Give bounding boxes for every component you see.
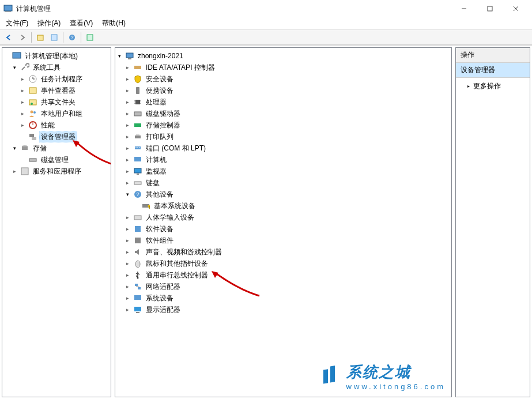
svg-rect-52 (135, 226, 141, 232)
svg-rect-24 (29, 159, 36, 161)
svg-rect-6 (37, 35, 43, 40)
device-sound[interactable]: 声音、视频和游戏控制器 (115, 246, 451, 258)
device-software-dev[interactable]: 软件设备 (115, 223, 451, 235)
device-computer[interactable]: 计算机 (115, 154, 451, 165)
svg-point-42 (139, 147, 140, 148)
up-button[interactable] (34, 31, 47, 44)
tree-device-manager[interactable]: 设备管理器 (2, 131, 111, 142)
tree-storage[interactable]: 存储 (2, 142, 111, 154)
svg-text:!: ! (149, 205, 150, 209)
device-portable[interactable]: 便携设备 (115, 85, 451, 96)
tree-disk-management[interactable]: 磁盘管理 (2, 154, 111, 165)
refresh-button[interactable] (84, 31, 96, 44)
device-base-system[interactable]: !基本系统设备 (115, 200, 451, 212)
watermark-icon (319, 365, 342, 388)
toolbar: ? (0, 30, 532, 45)
device-system[interactable]: 系统设备 (115, 292, 451, 304)
device-other[interactable]: ?其他设备 (115, 189, 451, 200)
menu-view[interactable]: 查看(V) (65, 17, 97, 29)
component-icon (133, 236, 142, 245)
device-security[interactable]: 安全设备 (115, 73, 451, 85)
tree-root-computer-management[interactable]: 计算机管理(本地) (2, 50, 111, 62)
toolbar-separator (31, 32, 32, 43)
svg-point-17 (33, 111, 36, 114)
device-display[interactable]: 显示适配器 (115, 304, 451, 315)
other-icon: ? (133, 190, 142, 199)
tree-performance[interactable]: 性能 (2, 119, 111, 131)
security-icon (133, 74, 142, 84)
minimize-button[interactable] (451, 0, 477, 17)
tree-event-viewer[interactable]: 事件查看器 (2, 85, 111, 96)
clock-icon (28, 74, 37, 84)
cpu-icon (133, 97, 142, 107)
menu-file[interactable]: 文件(F) (1, 17, 33, 29)
computer-icon (125, 51, 134, 61)
watermark-url: www.xitong86.com (346, 382, 446, 391)
svg-point-54 (135, 261, 140, 268)
close-button[interactable] (503, 0, 529, 17)
device-usb[interactable]: 通用串行总线控制器 (115, 269, 451, 281)
svg-rect-45 (137, 174, 139, 175)
toolbar-separator-2 (63, 32, 63, 43)
usb-icon (133, 270, 142, 280)
properties-button[interactable] (48, 31, 61, 44)
svg-rect-23 (22, 146, 28, 150)
hid-icon (133, 213, 142, 222)
svg-rect-62 (323, 369, 328, 383)
svg-rect-36 (134, 123, 141, 127)
device-monitors[interactable]: 监视器 (115, 165, 451, 177)
device-root[interactable]: zhongxin-2021 (115, 50, 451, 62)
device-storage-ctrl[interactable]: 存储控制器 (115, 119, 451, 131)
tree-shared-folders[interactable]: 共享文件夹 (2, 96, 111, 108)
maximize-button[interactable] (477, 0, 503, 17)
menu-action[interactable]: 操作(A) (33, 17, 65, 29)
svg-rect-27 (128, 58, 131, 59)
tree-system-tools[interactable]: 系统工具 (2, 62, 111, 73)
forward-button[interactable] (16, 31, 29, 44)
device-disk-drives[interactable]: 磁盘驱动器 (115, 108, 451, 119)
svg-point-41 (137, 147, 138, 148)
svg-point-15 (31, 103, 33, 105)
device-manager-icon (28, 132, 37, 141)
left-tree: 计算机管理(本地) 系统工具 任务计划程序 事件查看器 共享文件夹 本地用户和组… (2, 48, 111, 179)
device-network[interactable]: 网络适配器 (115, 281, 451, 292)
tree-local-users[interactable]: 本地用户和组 (2, 108, 111, 119)
device-ports[interactable]: 端口 (COM 和 LPT) (115, 142, 451, 154)
device-print-queues[interactable]: 打印队列 (115, 131, 451, 142)
device-mouse[interactable]: 鼠标和其他指针设备 (115, 258, 451, 269)
back-button[interactable] (2, 31, 15, 44)
center-pane: zhongxin-2021 IDE ATA/ATAPI 控制器 安全设备 便携设… (115, 47, 452, 397)
watermark-name: 系统之城 (346, 363, 411, 381)
device-ide[interactable]: IDE ATA/ATAPI 控制器 (115, 62, 451, 73)
toolbar-separator-3 (81, 32, 81, 43)
tree-task-scheduler[interactable]: 任务计划程序 (2, 73, 111, 85)
computer-management-icon (12, 51, 21, 61)
users-icon (28, 109, 37, 118)
event-viewer-icon (28, 86, 37, 95)
device-keyboards[interactable]: 键盘 (115, 177, 451, 189)
svg-text:?: ? (70, 35, 73, 40)
network-icon (133, 282, 142, 291)
sound-icon (133, 247, 142, 257)
warning-icon: ! (141, 201, 150, 210)
device-software-comp[interactable]: 软件组件 (115, 235, 451, 246)
svg-text:?: ? (136, 191, 139, 197)
window: 计算机管理 文件(F) 操作(A) 查看(V) 帮助(H) ? 计算机管理(本地… (0, 0, 532, 399)
tree-services-apps[interactable]: 服务和应用程序 (2, 165, 111, 177)
device-processors[interactable]: 处理器 (115, 96, 451, 108)
svg-rect-21 (32, 137, 36, 140)
svg-rect-3 (488, 6, 492, 11)
svg-rect-37 (135, 135, 141, 138)
device-hid[interactable]: 人体学输入设备 (115, 212, 451, 223)
svg-point-55 (137, 277, 139, 279)
left-pane: 计算机管理(本地) 系统工具 任务计划程序 事件查看器 共享文件夹 本地用户和组… (2, 47, 111, 397)
menu-help[interactable]: 帮助(H) (97, 17, 130, 29)
storage-ctrl-icon (133, 121, 142, 130)
help-button[interactable]: ? (66, 31, 78, 44)
right-pane: 操作 设备管理器 更多操作 (455, 47, 530, 397)
action-more[interactable]: 更多操作 (456, 78, 530, 95)
window-title: 计算机管理 (16, 4, 451, 14)
body: 计算机管理(本地) 系统工具 任务计划程序 事件查看器 共享文件夹 本地用户和组… (0, 45, 532, 399)
svg-rect-29 (136, 87, 139, 94)
svg-rect-51 (134, 216, 141, 220)
